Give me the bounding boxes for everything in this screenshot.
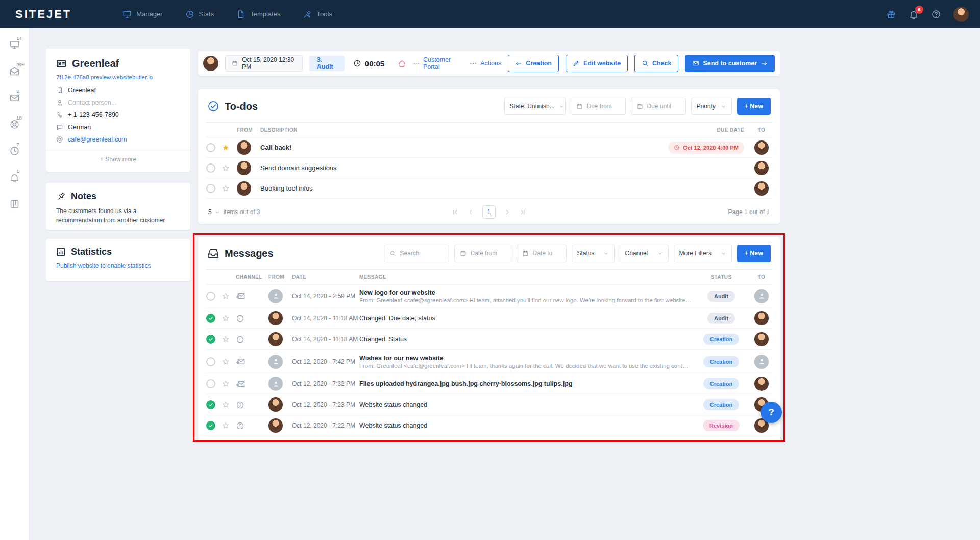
last-page-icon[interactable] xyxy=(519,208,526,216)
rail-notifications[interactable]: 1 xyxy=(9,172,20,183)
status-badge: Creation xyxy=(703,399,740,410)
star-outline-icon[interactable] xyxy=(222,164,230,172)
message-title[interactable]: Website status changed xyxy=(359,422,691,429)
customer-email[interactable]: cafe@greenleaf.com xyxy=(56,136,180,143)
message-checkbox[interactable] xyxy=(206,292,215,301)
time-tracker[interactable]: 00:05 xyxy=(353,59,384,68)
preview-url-link[interactable]: 7f12e-476a0.preview.websitebutler.io xyxy=(56,74,180,80)
rail-support[interactable]: 10 xyxy=(9,119,20,130)
nav-tools[interactable]: Tools xyxy=(303,10,332,19)
due-until-date-field[interactable]: Due until xyxy=(631,98,686,115)
help-fab-button[interactable]: ? xyxy=(761,402,782,423)
date-from-field[interactable]: Date from xyxy=(454,245,511,262)
message-title[interactable]: Changed: Due date, status xyxy=(359,315,691,322)
gift-icon[interactable] xyxy=(886,9,896,19)
customer-contact-person[interactable]: Contact person... xyxy=(56,99,180,106)
brand-logo[interactable]: SITEJET xyxy=(15,8,71,21)
previous-page-icon[interactable] xyxy=(467,208,474,216)
publish-statistics-link[interactable]: Publish website to enable statistics xyxy=(56,262,180,269)
message-row[interactable]: Oct 12, 2020 - 7:23 PM Website status ch… xyxy=(206,394,772,415)
check-button[interactable]: Check xyxy=(634,55,679,72)
message-row[interactable]: Oct 12, 2020 - 7:42 PM Wishes for our ne… xyxy=(206,350,772,373)
rail-websites[interactable]: 14 xyxy=(9,39,20,50)
message-row[interactable]: Oct 14, 2020 - 11:18 AM Changed: Due dat… xyxy=(206,308,772,329)
notifications-button[interactable]: 6 xyxy=(909,9,919,19)
actions-menu[interactable]: Actions xyxy=(469,59,501,67)
nav-templates[interactable]: Templates xyxy=(236,10,280,19)
customer-portal-menu[interactable]: Customer Portal xyxy=(413,56,462,71)
star-outline-icon[interactable] xyxy=(222,358,230,366)
customer-phone[interactable]: + 1-123-456-7890 xyxy=(56,111,180,119)
state-filter-select[interactable]: State: Unfinish... xyxy=(504,98,566,115)
message-title[interactable]: Files uploaded hydrangea.jpg bush.jpg ch… xyxy=(359,380,691,387)
creation-button[interactable]: Creation xyxy=(508,55,559,72)
phase-chip[interactable]: 3. Audit xyxy=(309,56,345,71)
star-outline-icon[interactable] xyxy=(222,380,230,388)
home-button[interactable] xyxy=(398,59,406,68)
message-checkbox-checked[interactable] xyxy=(206,335,215,344)
message-checkbox[interactable] xyxy=(206,357,215,366)
first-page-icon[interactable] xyxy=(452,208,459,216)
search-field[interactable] xyxy=(384,245,449,262)
rail-history[interactable]: 7 xyxy=(9,146,20,156)
message-title[interactable]: Wishes for our new website xyxy=(359,355,691,362)
edit-website-button[interactable]: Edit website xyxy=(566,55,628,72)
rail-messages[interactable]: 2 xyxy=(9,92,20,103)
star-outline-icon[interactable] xyxy=(222,292,230,300)
message-row[interactable]: Oct 14, 2020 - 2:59 PM New logo for our … xyxy=(206,285,772,308)
message-title[interactable]: New logo for our website xyxy=(359,289,691,296)
col-status: STATUS xyxy=(691,274,751,280)
help-icon[interactable] xyxy=(931,9,941,19)
ellipsis-icon xyxy=(413,59,420,67)
show-more-button[interactable]: + Show more xyxy=(56,150,180,169)
channel-filter-select[interactable]: Channel xyxy=(620,245,669,262)
priority-filter-select[interactable]: Priority xyxy=(691,98,732,115)
search-input[interactable] xyxy=(400,250,437,257)
todo-row[interactable]: Booking tool infos xyxy=(206,178,772,199)
todo-checkbox[interactable] xyxy=(206,143,215,152)
message-checkbox[interactable] xyxy=(206,379,215,388)
statistics-card: Statistics Publish website to enable sta… xyxy=(46,239,190,281)
due-from-date-field[interactable]: Due from xyxy=(571,98,626,115)
more-filters-select[interactable]: More Filters xyxy=(674,245,732,262)
current-page-button[interactable]: 1 xyxy=(482,205,496,219)
new-todo-button[interactable]: + New xyxy=(737,98,771,115)
todo-row[interactable]: Send domain suggestions xyxy=(206,158,772,178)
rail-inbox[interactable]: 99+ xyxy=(9,66,20,77)
star-filled-icon[interactable] xyxy=(222,144,230,152)
message-title[interactable]: Website status changed xyxy=(359,401,691,408)
message-row[interactable]: Oct 14, 2020 - 11:18 AM Changed: Status … xyxy=(206,329,772,350)
todo-checkbox[interactable] xyxy=(206,184,215,193)
user-avatar[interactable] xyxy=(953,7,969,22)
todo-checkbox[interactable] xyxy=(206,163,215,173)
send-to-customer-button[interactable]: Send to customer xyxy=(685,55,775,72)
message-title[interactable]: Changed: Status xyxy=(359,336,691,343)
star-outline-icon[interactable] xyxy=(222,184,230,193)
nav-stats[interactable]: Stats xyxy=(185,10,214,19)
todo-title[interactable]: Send domain suggestions xyxy=(260,164,744,172)
edit-website-label: Edit website xyxy=(583,60,621,67)
notes-title: Notes xyxy=(71,191,96,202)
todo-title[interactable]: Call back! xyxy=(260,144,668,151)
message-checkbox-checked[interactable] xyxy=(206,421,215,430)
message-checkbox-checked[interactable] xyxy=(206,400,215,409)
date-to-field[interactable]: Date to xyxy=(517,245,567,262)
star-outline-icon[interactable] xyxy=(222,421,230,430)
nav-manager[interactable]: Manager xyxy=(122,10,162,19)
message-checkbox-checked[interactable] xyxy=(206,314,215,323)
new-message-button[interactable]: + New xyxy=(737,245,771,262)
envelope-icon xyxy=(9,92,20,103)
star-outline-icon[interactable] xyxy=(222,335,230,343)
date-picker[interactable]: Oct 15, 2020 12:30 PM xyxy=(225,55,303,72)
assignee-avatar[interactable] xyxy=(203,56,218,71)
per-page-select[interactable]: 5 xyxy=(208,208,220,216)
message-row[interactable]: Oct 12, 2020 - 7:32 PM Files uploaded hy… xyxy=(206,373,772,394)
next-page-icon[interactable] xyxy=(504,208,511,216)
status-filter-select[interactable]: Status xyxy=(572,245,615,262)
todo-row[interactable]: Call back! Oct 12, 2020 4:00 PM xyxy=(206,137,772,158)
message-row[interactable]: Oct 12, 2020 - 7:22 PM Website status ch… xyxy=(206,415,772,436)
star-outline-icon[interactable] xyxy=(222,314,230,322)
star-outline-icon[interactable] xyxy=(222,401,230,409)
todo-title[interactable]: Booking tool infos xyxy=(260,184,744,192)
rail-kanban[interactable] xyxy=(9,199,20,209)
